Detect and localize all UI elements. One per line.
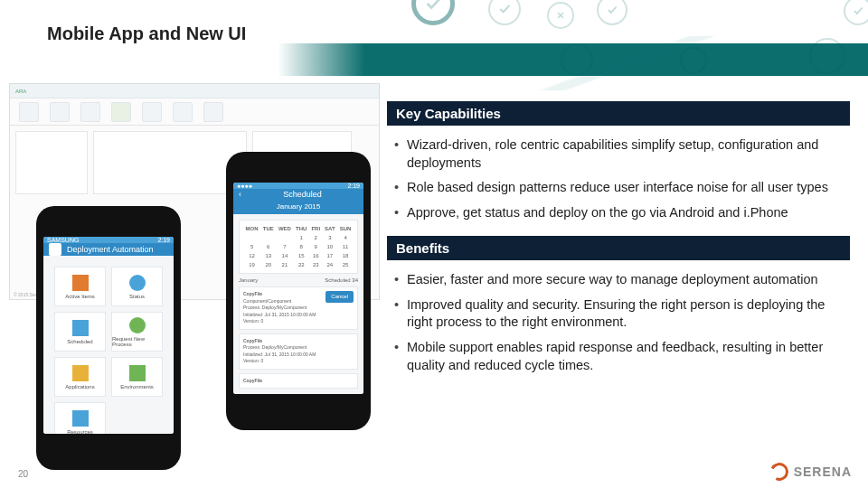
capabilities-list: Wizard-driven, role centric capabilities… — [387, 126, 850, 236]
benefits-list: Easier, faster and more secure way to ma… — [387, 260, 850, 389]
scheduled-header: Scheduled — [247, 190, 358, 199]
brand-text: SERENA — [794, 465, 852, 479]
browser-title: ARA — [15, 89, 26, 94]
capabilities-heading: Key Capabilities — [387, 101, 850, 126]
phone-mock-android: SAMSUNG2:19 Deployment Automation Active… — [36, 206, 181, 470]
page-number: 20 — [18, 469, 28, 479]
screenshot-composite: ARA © 2015 Serena Software, Inc. SAMSUNG… — [9, 83, 380, 445]
diagonal-accent — [380, 36, 868, 90]
phone-mock-iphone: ●●●●2:19 ‹Scheduled January 2015 MONTUEW… — [226, 152, 371, 430]
schedule-card: CopyFile — [239, 373, 358, 389]
bullet: Easier, faster and more secure way to ma… — [387, 267, 850, 293]
month-label: January 2015 — [233, 199, 363, 214]
bullet: Wizard-driven, role centric capabilities… — [387, 133, 850, 175]
check-icon — [488, 0, 521, 25]
brand-logo: SERENA — [770, 463, 852, 481]
bullet: Role based design patterns reduce user i… — [387, 175, 850, 201]
benefits-heading: Benefits — [387, 236, 850, 260]
check-icon — [411, 0, 455, 25]
check-icon — [844, 0, 868, 25]
bullet: Improved quality and security. Ensuring … — [387, 293, 850, 335]
bullet: Mobile support enables rapid response an… — [387, 335, 850, 378]
schedule-card: CopyFile Process: Deploy/MyComponent Ini… — [239, 333, 358, 370]
app-header: Deployment Automation — [67, 245, 154, 254]
check-icon — [597, 0, 627, 25]
bullet: Approve, get status and deploy on the go… — [387, 201, 850, 226]
tile-grid: Active Items Status Scheduled Request Ne… — [49, 261, 168, 434]
cross-icon — [547, 2, 574, 29]
calendar: MONTUEWEDTHUFRISATSUN 1234 567891011 121… — [239, 220, 358, 274]
slide-title: Mobile App and New UI — [47, 23, 246, 44]
serena-logo-icon — [768, 460, 791, 483]
text-content: Key Capabilities Wizard-driven, role cen… — [387, 101, 850, 389]
schedule-card: CopyFileCancel Component/Component Proce… — [239, 286, 358, 330]
